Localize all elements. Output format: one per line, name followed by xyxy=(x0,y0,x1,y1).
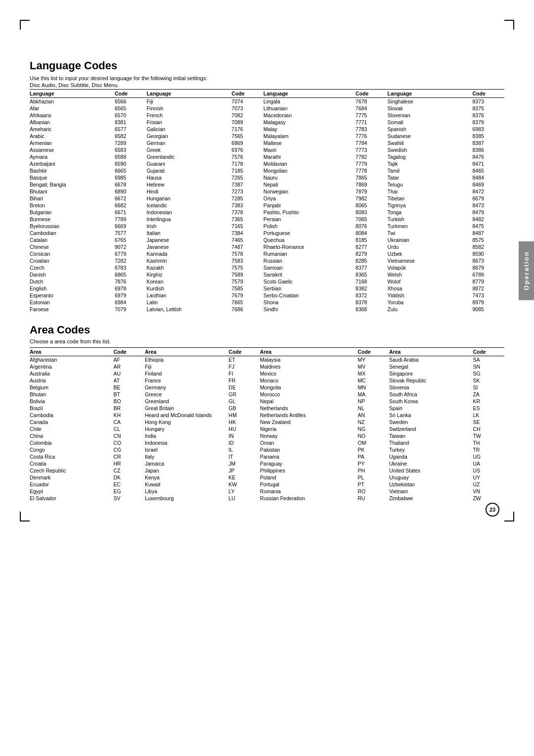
area-code-3: MY xyxy=(357,356,389,364)
area-code-4: ES xyxy=(473,405,504,412)
lang-name-3: Malay xyxy=(264,126,356,133)
lang-code-4: 8373 xyxy=(472,98,504,105)
lang-code-3: 7775 xyxy=(356,112,387,119)
lang-name-2: Interlingua xyxy=(146,216,231,223)
area-name-4: Slovak Republic xyxy=(389,377,473,384)
lang-code-3: 8285 xyxy=(356,257,387,264)
lang-code-3: 7778 xyxy=(356,167,387,174)
area-code-1: KH xyxy=(113,412,145,419)
area-code-1: CL xyxy=(113,425,145,432)
area-name-1: Denmark xyxy=(30,474,113,481)
lang-code-4: 6983 xyxy=(472,126,504,133)
area-code-4: LK xyxy=(473,412,504,419)
corner-mark-tr xyxy=(504,20,514,30)
lang-code-2: 7285 xyxy=(231,195,263,202)
lang-code-3: 7776 xyxy=(356,133,387,140)
corner-mark-tl xyxy=(20,20,30,30)
area-name-3: Nigeria xyxy=(260,425,358,432)
lang-header-5: Language xyxy=(264,90,356,98)
lang-name-1: Basque xyxy=(30,174,115,181)
area-code-1: AU xyxy=(113,370,145,377)
area-code-2: GL xyxy=(228,398,260,405)
lang-code-3: 7782 xyxy=(356,153,387,160)
lang-code-4: 8465 xyxy=(472,167,504,174)
lang-table-row: Aymara 6588 Greenlandic 7576 Marathi 778… xyxy=(30,153,504,160)
lang-code-3: 8382 xyxy=(356,285,387,292)
lang-name-4: Tonga xyxy=(388,209,473,216)
area-code-1: CN xyxy=(113,432,145,439)
lang-table-row: Bhutani 6890 Hindi 7273 Norwegian 7879 T… xyxy=(30,188,504,195)
area-code-4: SE xyxy=(473,419,504,425)
lang-name-1: Danish xyxy=(30,271,115,278)
area-code-1: BE xyxy=(113,384,145,391)
area-name-4: Taiwan xyxy=(389,432,473,439)
lang-name-4: Tajik xyxy=(388,160,473,167)
lang-name-3: Scots Gaelic xyxy=(264,278,356,285)
area-code-4: ZW xyxy=(473,495,504,502)
lang-table-row: Azerbaijani 6590 Guarani 7178 Moldavian … xyxy=(30,160,504,167)
lang-table-row: Catalan 6765 Japanese 7465 Quechua 8185 … xyxy=(30,236,504,243)
lang-code-3: 7684 xyxy=(356,105,387,112)
lang-code-4: 8471 xyxy=(472,160,504,167)
lang-name-3: Maltese xyxy=(264,140,356,146)
area-code-4: SG xyxy=(473,370,504,377)
lang-table-row: Corsican 6779 Kannada 7578 Rumanian 8279… xyxy=(30,250,504,257)
lang-subtitle2: Disc Audio, Disc Subtitle, Disc Menu. xyxy=(30,82,504,88)
area-name-3: Portugal xyxy=(260,481,358,488)
area-name-3: Oman xyxy=(260,439,358,446)
lang-code-2: 7387 xyxy=(231,181,263,188)
area-code-1: CG xyxy=(113,446,145,453)
area-code-2: FR xyxy=(228,377,260,384)
area-name-1: Chile xyxy=(30,425,113,432)
area-name-2: Israel xyxy=(145,446,228,453)
lang-code-2: 7465 xyxy=(231,236,263,243)
language-codes-title: Language Codes xyxy=(30,59,504,72)
lang-name-3: Marathi xyxy=(264,153,356,160)
lang-code-1: 7577 xyxy=(115,230,146,236)
area-code-4: UG xyxy=(473,453,504,460)
area-code-2: ET xyxy=(228,356,260,364)
lang-code-2: 7265 xyxy=(231,174,263,181)
area-table-row: Afghanistan AF Ethiopia ET Malaysia MY S… xyxy=(30,356,504,364)
lang-table-row: Bashkir 6665 Gujarati 7185 Mongolian 777… xyxy=(30,167,504,174)
lang-code-3: 7678 xyxy=(356,98,387,105)
lang-code-1: 6678 xyxy=(115,181,146,188)
lang-code-3: 8083 xyxy=(356,209,387,216)
area-name-2: Kenya xyxy=(145,474,228,481)
lang-name-4: Spanish xyxy=(388,126,473,133)
lang-name-3: Sindhi xyxy=(264,306,356,313)
lang-code-2: 7365 xyxy=(231,216,263,223)
lang-name-1: Bashkir xyxy=(30,167,115,174)
lang-code-4: 8386 xyxy=(472,146,504,153)
area-name-1: Austria xyxy=(30,377,113,384)
lang-name-1: Armenian xyxy=(30,140,115,146)
area-name-4: Spain xyxy=(389,405,473,412)
area-name-1: Cambodia xyxy=(30,412,113,419)
lang-name-4: Ukrainian xyxy=(388,236,473,243)
area-code-2: HM xyxy=(228,412,260,419)
area-code-1: BO xyxy=(113,398,145,405)
lang-name-4: Turkish xyxy=(388,216,473,223)
lang-table-row: Arabic 6582 Georgian 7565 Malayalam 7776… xyxy=(30,133,504,140)
lang-name-2: Frisian xyxy=(146,119,231,126)
lang-code-3: 7869 xyxy=(356,181,387,188)
area-name-1: Czech Republic xyxy=(30,467,113,474)
lang-code-4: 8872 xyxy=(472,285,504,292)
area-name-3: Maldives xyxy=(260,363,358,370)
lang-code-4: 8575 xyxy=(472,236,504,243)
area-header-3: Area xyxy=(145,348,228,356)
area-table-row: Denmark DK Kenya KE Poland PL Uruguay UY xyxy=(30,474,504,481)
lang-code-4: 8673 xyxy=(472,257,504,264)
lang-code-1: 6577 xyxy=(115,126,146,133)
lang-code-4: 6789 xyxy=(472,271,504,278)
area-name-4: United States xyxy=(389,467,473,474)
lang-code-2: 7178 xyxy=(231,160,263,167)
lang-code-1: 6682 xyxy=(115,202,146,209)
area-code-4: VN xyxy=(473,488,504,495)
area-code-2: LU xyxy=(228,495,260,502)
lang-code-4: 8590 xyxy=(472,250,504,257)
area-code-3: MX xyxy=(357,370,389,377)
lang-code-1: 6779 xyxy=(115,250,146,257)
area-name-2: Jamaica xyxy=(145,460,228,467)
area-code-2: IL xyxy=(228,446,260,453)
